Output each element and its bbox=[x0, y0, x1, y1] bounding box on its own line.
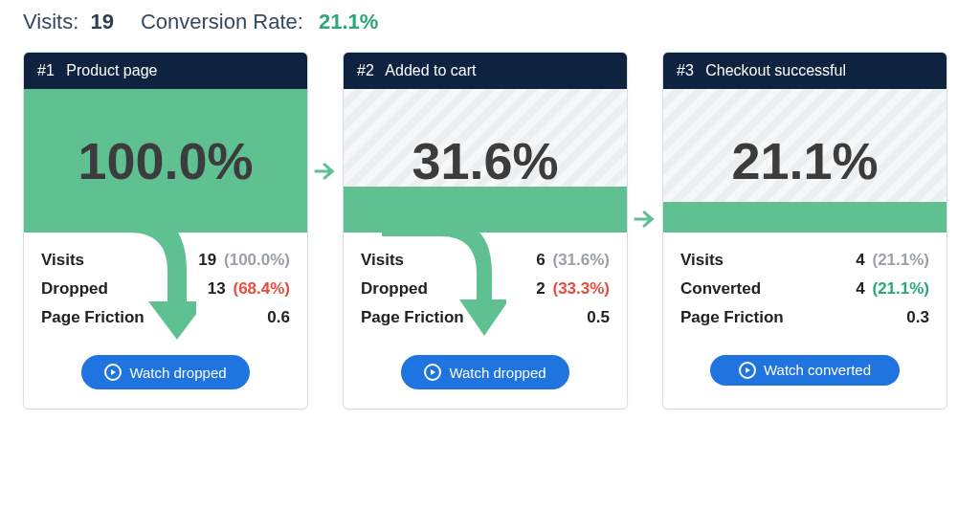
connector bbox=[628, 52, 662, 410]
stat-pct: (68.4%) bbox=[233, 279, 290, 298]
stat-value-wrap: 2 (33.3%) bbox=[536, 279, 610, 299]
stat-label: Converted bbox=[680, 279, 761, 299]
stat-row-converted: Converted 4 (21.1%) bbox=[680, 275, 929, 303]
button-label: Watch converted bbox=[764, 362, 871, 379]
stat-value: 0.5 bbox=[587, 308, 610, 327]
arrow-right-icon bbox=[629, 203, 661, 235]
conversion-rate-label: Conversion Rate: bbox=[141, 10, 303, 33]
stat-row-friction: Page Friction 0.3 bbox=[680, 303, 929, 332]
stat-value: 4 bbox=[856, 251, 864, 269]
percent-zone: 21.1% bbox=[663, 89, 947, 233]
visits-value: 19 bbox=[90, 10, 113, 33]
step-percent: 31.6% bbox=[412, 131, 558, 190]
funnel-container: #1 Product page 100.0% Visits 19 (100.0%… bbox=[23, 52, 957, 410]
button-label: Watch dropped bbox=[129, 365, 226, 381]
stat-value-wrap: 13 (68.4%) bbox=[208, 279, 290, 299]
stat-value-wrap: 19 (100.0%) bbox=[198, 251, 290, 270]
button-wrapper: Watch converted bbox=[663, 338, 947, 405]
stat-label: Visits bbox=[680, 251, 724, 270]
step-percent: 21.1% bbox=[731, 131, 878, 190]
stat-pct: (100.0%) bbox=[224, 251, 290, 269]
funnel-step-2: #2 Added to cart 31.6% Visits 6 (31.6%) … bbox=[343, 52, 628, 410]
stat-value: 0.3 bbox=[906, 308, 929, 327]
drop-arrow-icon bbox=[382, 221, 506, 365]
stat-label: Page Friction bbox=[680, 308, 784, 327]
step-title: Checkout successful bbox=[705, 62, 846, 78]
stat-value: 13 bbox=[208, 279, 226, 298]
funnel-step-3: #3 Checkout successful 21.1% Visits 4 (2… bbox=[662, 52, 947, 410]
step-stats: Visits 4 (21.1%) Converted 4 (21.1%) Pag… bbox=[663, 233, 947, 338]
step-rank: #1 bbox=[37, 62, 55, 78]
percent-zone: 31.6% bbox=[344, 89, 627, 233]
stat-pct: (33.3%) bbox=[552, 279, 610, 298]
rate-summary: Conversion Rate: 21.1% bbox=[141, 10, 379, 34]
step-percent: 100.0% bbox=[78, 131, 253, 190]
summary-header: Visits: 19 Conversion Rate: 21.1% bbox=[23, 10, 957, 34]
stat-value: 0.6 bbox=[267, 308, 290, 327]
stat-pct: (21.1%) bbox=[872, 279, 929, 298]
stat-value: 2 bbox=[536, 279, 545, 298]
stat-pct: (31.6%) bbox=[552, 251, 610, 269]
funnel-step-1: #1 Product page 100.0% Visits 19 (100.0%… bbox=[23, 52, 308, 410]
button-label: Watch dropped bbox=[449, 365, 546, 381]
stat-value: 6 bbox=[536, 251, 545, 269]
stat-value: 4 bbox=[856, 279, 864, 298]
step-header: #1 Product page bbox=[24, 53, 307, 89]
percent-zone: 100.0% bbox=[24, 89, 307, 233]
stat-row-visits: Visits 4 (21.1%) bbox=[680, 246, 929, 275]
stat-pct: (21.1%) bbox=[872, 251, 929, 269]
stat-value-wrap: 4 (21.1%) bbox=[856, 251, 929, 270]
step-title: Product page bbox=[66, 62, 157, 78]
watch-converted-button[interactable]: Watch converted bbox=[710, 355, 900, 386]
play-icon bbox=[739, 362, 756, 379]
step-header: #3 Checkout successful bbox=[663, 53, 947, 89]
step-title: Added to cart bbox=[385, 62, 476, 78]
stat-value: 19 bbox=[198, 251, 216, 269]
stat-value-wrap: 6 (31.6%) bbox=[536, 251, 610, 270]
arrow-right-icon bbox=[309, 155, 342, 188]
visits-summary: Visits: 19 bbox=[23, 10, 114, 34]
step-header: #2 Added to cart bbox=[344, 53, 627, 89]
step-rank: #2 bbox=[357, 62, 374, 78]
stat-value-wrap: 4 (21.1%) bbox=[856, 279, 929, 299]
step-rank: #3 bbox=[677, 62, 694, 78]
play-icon bbox=[424, 364, 441, 381]
connector bbox=[308, 52, 343, 410]
percent-band bbox=[663, 202, 947, 233]
conversion-rate-value: 21.1% bbox=[319, 10, 378, 33]
visits-label: Visits: bbox=[23, 10, 78, 33]
drop-arrow-icon bbox=[62, 213, 196, 366]
